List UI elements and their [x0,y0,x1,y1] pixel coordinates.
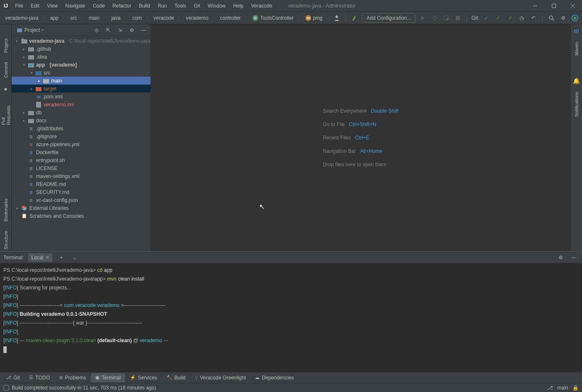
expand-icon[interactable]: ⇱ [104,26,113,35]
bc-veracode[interactable]: veracode [151,14,177,22]
git-update-icon[interactable]: ✓ [482,13,491,23]
menu-run[interactable]: Run [154,1,170,10]
bc-com[interactable]: com [130,14,144,22]
bc-method[interactable]: mping [303,14,325,22]
tree-scratch[interactable]: 📋Scratches and Consoles [12,212,151,220]
tab-build[interactable]: 🔨Build [162,373,190,382]
minimize-button[interactable] [525,0,544,12]
tree-gitignore[interactable]: 🗎.gitignore [12,132,151,140]
tab-veracode[interactable]: VVeracode Greenlight [191,373,250,382]
tree-entry[interactable]: 🗎entrypoint.sh [12,156,151,164]
bc-app[interactable]: app [47,14,61,22]
collapse-icon[interactable]: ⇲ [115,26,125,35]
tree-pom[interactable]: mpom.xml [12,93,151,101]
panel-settings-icon[interactable]: ⚙ [127,26,136,35]
terminal-body[interactable]: PS C:\local-repos\IntelliJ\verademo-java… [0,263,582,372]
tree-readme[interactable]: 🗎README.md [12,180,151,188]
notifications-tab-label[interactable]: Notifications [574,90,579,119]
maven-gutter-icon[interactable]: m [573,28,580,34]
locate-icon[interactable]: ◎ [92,26,101,35]
bc-verademo[interactable]: verademo [183,14,210,22]
menu-navigate[interactable]: Navigate [62,1,88,10]
git-revert-icon[interactable]: ↶ [529,13,538,23]
lock-icon[interactable]: 🔒 [572,385,579,391]
tree-vcdast[interactable]: 🗎vc-dast-config.json [12,196,151,204]
tree-github[interactable]: ▸.github [12,45,151,53]
close-tab-icon[interactable]: ✕ [46,255,49,260]
bookmarks-tab-label[interactable]: Bookmarks [3,197,8,223]
tree-azure[interactable]: 🗎azure-pipelines.yml [12,140,151,148]
menu-tools[interactable]: Tools [171,1,190,10]
stop-icon[interactable] [453,13,462,23]
structure-tab-label[interactable]: Structure [3,229,8,251]
coverage-icon[interactable] [442,13,451,23]
tree-root[interactable]: ▾verademo-java C:\local-repos\IntelliJ\v… [12,37,151,45]
maximize-button[interactable] [544,0,563,12]
build-icon[interactable] [350,13,359,23]
user-icon[interactable] [332,13,341,23]
git-commit-icon[interactable]: ✓ [494,13,503,23]
close-button[interactable] [563,0,582,12]
tab-git[interactable]: ⎇Git [2,373,24,382]
gutter-dot-icon[interactable]: ● [3,85,9,92]
project-tree[interactable]: ▾verademo-java C:\local-repos\IntelliJ\v… [12,36,151,251]
tree-security[interactable]: 🗎SECURITY.md [12,188,151,196]
terminal-tab-local[interactable]: Local✕ [28,253,53,262]
run-icon[interactable] [418,13,427,23]
terminal-dropdown-icon[interactable]: ⌄ [70,253,79,262]
new-terminal-icon[interactable]: + [57,253,66,262]
menu-window[interactable]: Window [204,1,229,10]
debug-icon[interactable] [430,13,439,23]
maven-tab-label[interactable]: Maven [574,40,579,57]
tree-target[interactable]: ▸target [12,85,151,93]
tab-problems[interactable]: ⊘Problems [55,373,91,382]
tree-gitattr[interactable]: 🗎.gitattributes [12,124,151,132]
menu-view[interactable]: View [44,1,61,10]
menu-refactor[interactable]: Refactor [109,1,135,10]
tree-main[interactable]: ▸main [12,77,151,85]
menu-file[interactable]: File [12,1,26,10]
pullreq-tab-label[interactable]: Pull Requests [1,104,11,126]
settings-icon[interactable]: ⚙ [559,13,568,23]
menu-help[interactable]: Help [230,1,247,10]
tree-mvnset[interactable]: 🗎maven-settings.xml [12,172,151,180]
bc-class[interactable]: CToolsController [250,14,296,22]
branch-name[interactable]: main [557,385,568,391]
tree-db[interactable]: ▸db [12,108,151,116]
veracode-toolbar-icon[interactable] [570,13,579,23]
add-configuration-button[interactable]: Add Configuration... [362,13,416,23]
tab-services[interactable]: ⚡Services [126,373,161,382]
menu-edit[interactable]: Edit [27,1,43,10]
terminal-hide-icon[interactable]: — [569,253,579,262]
branch-icon[interactable]: ⎇ [547,385,553,391]
notifications-icon[interactable]: 🔔 [573,77,580,84]
bc-java[interactable]: java [109,14,123,22]
tree-extlib[interactable]: ▸📚External Libraries [12,204,151,212]
menu-git[interactable]: Git [190,1,203,10]
project-tab-label[interactable]: Project [3,37,8,54]
tree-iml[interactable]: verademo.iml [12,101,151,108]
tab-todo[interactable]: ☰TODO [25,373,54,382]
search-icon[interactable] [547,13,556,23]
tree-idea[interactable]: ▸.idea [12,53,151,61]
tab-dependencies[interactable]: ☁Dependencies [251,373,298,382]
git-push-icon[interactable]: ↗ [505,13,514,23]
panel-title[interactable]: Project ▾ [14,26,46,34]
tree-src[interactable]: ▾src [12,69,151,77]
menu-build[interactable]: Build [135,1,153,10]
tree-docker[interactable]: 🗎Dockerfile [12,148,151,156]
tree-docs[interactable]: ▸docs [12,116,151,124]
tab-terminal[interactable]: ▣Terminal [91,373,125,382]
git-history-icon[interactable]: ◷ [517,13,526,23]
menu-veracode[interactable]: Veracode [248,1,276,10]
tree-app[interactable]: ▾app [verademo] [12,61,151,69]
panel-hide-icon[interactable]: — [139,26,148,35]
bc-project[interactable]: verademo-java [3,14,41,22]
commit-tab-label[interactable]: Commit [3,60,8,80]
bc-main[interactable]: main [86,14,102,22]
menu-code[interactable]: Code [89,1,108,10]
bc-controller[interactable]: controller [218,14,243,22]
tree-license[interactable]: 🗎LICENSE [12,164,151,172]
bc-src[interactable]: src [68,14,79,22]
terminal-settings-icon[interactable]: ⚙ [556,253,565,262]
